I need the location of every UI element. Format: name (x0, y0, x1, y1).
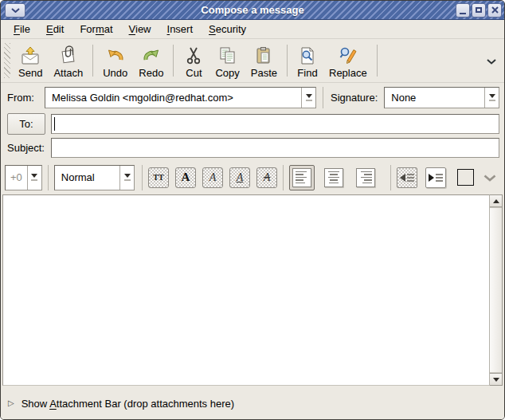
format-separator (142, 165, 143, 190)
minimize-icon (460, 13, 466, 14)
toolbar-separator (92, 45, 93, 77)
menu-format[interactable]: Format (72, 20, 120, 38)
close-button[interactable] (487, 3, 502, 18)
toolbar-overflow-button[interactable] (483, 50, 499, 71)
tool-label: Paste (251, 67, 277, 79)
dropdown-arrow-icon (27, 166, 41, 190)
typewriter-toggle[interactable]: TT (148, 167, 169, 188)
format-separator (48, 165, 49, 190)
dropdown-arrow-icon (301, 88, 315, 108)
to-entry[interactable] (51, 114, 499, 134)
align-left-icon (292, 168, 311, 187)
menu-view[interactable]: View (121, 20, 159, 38)
indent-button[interactable] (425, 167, 446, 188)
signature-value: None (385, 88, 484, 108)
maximize-button[interactable] (472, 3, 486, 18)
attachment-bar: ▷ Show Attachment Bar (drop attachments … (1, 387, 504, 419)
attach-button[interactable]: Attach (48, 41, 88, 80)
unindent-button[interactable] (397, 167, 417, 188)
from-row: From: Melissa Goldin <mgoldin@redhat.com… (1, 83, 504, 112)
message-body-editor[interactable] (2, 194, 490, 386)
subject-input[interactable] (52, 139, 499, 157)
menu-security[interactable]: Security (201, 20, 254, 38)
paragraph-style-combobox[interactable]: Normal (54, 165, 135, 190)
indent-icon (429, 174, 434, 182)
scroll-down-button[interactable] (490, 373, 502, 385)
signature-label: Signature: (331, 92, 378, 104)
minimize-button[interactable] (456, 3, 470, 18)
copy-button[interactable]: Copy (209, 41, 245, 80)
indent-lines (436, 174, 443, 182)
arrow-down-icon (493, 378, 499, 382)
from-label: From: (7, 92, 34, 104)
chevron-down-icon (11, 8, 20, 13)
font-size-combobox[interactable]: +0 (5, 165, 42, 190)
send-icon (20, 45, 41, 66)
scroll-up-button[interactable] (490, 195, 502, 207)
strikethrough-toggle[interactable]: A (256, 167, 277, 188)
format-separator (283, 165, 284, 190)
align-right-toggle[interactable] (353, 165, 378, 190)
format-toolbar: +0 Normal TT A A A A (1, 160, 504, 194)
redo-button[interactable]: Redo (133, 41, 169, 80)
tool-label: Replace (329, 67, 367, 79)
to-button[interactable]: To: (7, 113, 45, 135)
paste-icon (253, 45, 274, 66)
tool-label: Send (18, 67, 42, 79)
close-icon (491, 6, 499, 14)
chevron-down-icon (487, 59, 496, 65)
align-left-toggle[interactable] (289, 165, 315, 190)
unindent-icon (400, 174, 405, 182)
find-button[interactable]: Find (292, 41, 323, 80)
signature-combobox[interactable]: None (384, 87, 499, 108)
toolbar-separator (287, 45, 288, 77)
to-input[interactable] (52, 115, 499, 133)
window-menu-button[interactable] (5, 3, 25, 18)
format-separator (390, 165, 391, 190)
align-center-toggle[interactable] (321, 165, 346, 190)
expander-triangle-icon[interactable]: ▷ (8, 399, 14, 407)
send-button[interactable]: Send (13, 41, 48, 80)
text-color-swatch[interactable] (457, 169, 474, 186)
row-separator (323, 87, 323, 108)
tool-label: Undo (103, 67, 127, 79)
tool-label: Copy (215, 67, 239, 79)
subject-label: Subject: (7, 142, 45, 154)
format-overflow-button[interactable] (482, 169, 498, 186)
toolbar-drag-handle[interactable] (4, 43, 10, 78)
from-combobox[interactable]: Melissa Goldin <mgoldin@redhat.com> (45, 87, 316, 108)
menu-file[interactable]: File (6, 20, 38, 38)
titlebar[interactable]: Compose a message (1, 1, 504, 20)
cut-icon (183, 45, 204, 66)
menu-insert[interactable]: Insert (159, 20, 202, 38)
find-icon (297, 45, 318, 66)
bold-toggle[interactable]: A (175, 167, 196, 188)
replace-button[interactable]: Replace (323, 41, 373, 80)
paragraph-style-value: Normal (55, 166, 119, 190)
italic-toggle[interactable]: A (202, 167, 223, 188)
paste-button[interactable]: Paste (245, 41, 283, 80)
menu-edit[interactable]: Edit (38, 20, 72, 38)
vertical-scrollbar[interactable] (490, 194, 503, 386)
scrollbar-thumb[interactable] (490, 207, 502, 373)
tool-label: Cut (186, 67, 202, 79)
underline-toggle[interactable]: A (229, 167, 250, 188)
italic-icon: A (209, 171, 217, 184)
subject-entry[interactable] (51, 138, 499, 158)
text-caret (54, 117, 55, 131)
cut-button[interactable]: Cut (178, 41, 209, 80)
align-right-icon (356, 168, 375, 187)
window-controls (454, 3, 502, 18)
undo-button[interactable]: Undo (97, 41, 133, 80)
attachment-bar-label[interactable]: Show Attachment Bar (drop attachments he… (22, 398, 234, 410)
attach-icon (58, 45, 79, 66)
from-value: Melissa Goldin <mgoldin@redhat.com> (45, 88, 301, 108)
toolbar-separator (173, 45, 174, 77)
underline-icon: A (237, 171, 244, 184)
chevron-down-icon (483, 175, 496, 182)
unindent-lines (407, 174, 414, 182)
redo-icon (141, 45, 162, 66)
dropdown-arrow-icon (119, 166, 134, 190)
strikethrough-icon: A (264, 171, 271, 184)
undo-icon (105, 45, 126, 66)
